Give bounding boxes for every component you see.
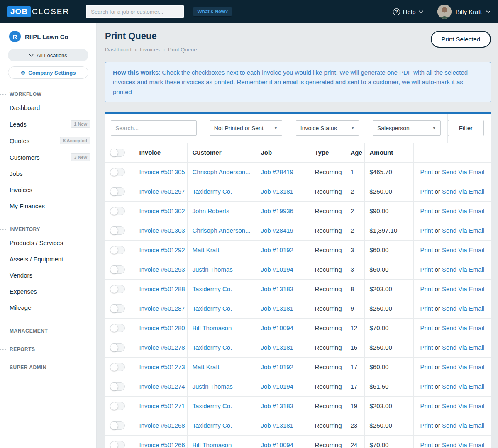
row-select-toggle[interactable] bbox=[110, 343, 125, 352]
sidebar-item-invoices[interactable]: Invoices bbox=[0, 182, 96, 198]
print-link[interactable]: Print bbox=[420, 207, 433, 214]
job-link[interactable]: Job #19936 bbox=[261, 207, 293, 214]
invoice-link[interactable]: Invoice #501302 bbox=[139, 207, 185, 214]
row-select-toggle[interactable] bbox=[110, 168, 125, 176]
sidebar-item-vendors[interactable]: Vendors bbox=[0, 267, 96, 283]
job-link[interactable]: Job #10192 bbox=[261, 246, 293, 253]
section-management[interactable]: MANAGEMENT bbox=[0, 328, 96, 334]
select-all-toggle[interactable] bbox=[110, 149, 125, 157]
print-link[interactable]: Print bbox=[420, 441, 433, 448]
sidebar-item-mileage[interactable]: Mileage bbox=[0, 299, 96, 316]
invoice-link[interactable]: Invoice #501273 bbox=[139, 363, 185, 370]
row-select-toggle[interactable] bbox=[110, 207, 125, 215]
row-select-toggle[interactable] bbox=[110, 402, 125, 410]
company-switcher[interactable]: R RIIPL Lawn Co bbox=[0, 31, 96, 42]
customer-link[interactable]: Taxidermy Co. bbox=[193, 344, 232, 351]
print-link[interactable]: Print bbox=[420, 168, 433, 175]
sidebar-item-dashboard[interactable]: Dashboard bbox=[0, 100, 96, 116]
global-search-input[interactable] bbox=[86, 5, 184, 18]
locations-dropdown[interactable]: All Locations bbox=[8, 49, 88, 61]
sidebar-item-products-services[interactable]: Products / Services bbox=[0, 235, 96, 251]
send-via-email-link[interactable]: Send Via Email bbox=[442, 266, 484, 273]
customer-link[interactable]: Justin Thomas bbox=[193, 266, 233, 273]
customer-link[interactable]: Matt Kraft bbox=[193, 246, 220, 253]
job-link[interactable]: Job #28419 bbox=[261, 168, 293, 175]
job-link[interactable]: Job #13181 bbox=[261, 344, 293, 351]
breadcrumb-dashboard[interactable]: Dashboard bbox=[105, 46, 132, 53]
sidebar-item-customers[interactable]: Customers3 New bbox=[0, 149, 96, 166]
send-via-email-link[interactable]: Send Via Email bbox=[442, 285, 484, 292]
print-link[interactable]: Print bbox=[420, 402, 433, 409]
print-link[interactable]: Print bbox=[420, 363, 433, 370]
send-via-email-link[interactable]: Send Via Email bbox=[442, 441, 484, 448]
send-via-email-link[interactable]: Send Via Email bbox=[442, 246, 484, 253]
customer-link[interactable]: Matt Kraft bbox=[193, 363, 220, 370]
customer-link[interactable]: Taxidermy Co. bbox=[193, 422, 232, 429]
sidebar-item-jobs[interactable]: Jobs bbox=[0, 166, 96, 182]
customer-link[interactable]: Taxidermy Co. bbox=[193, 402, 232, 409]
user-menu[interactable]: Billy Kraft bbox=[437, 5, 491, 19]
job-link[interactable]: Job #28419 bbox=[261, 227, 293, 234]
print-link[interactable]: Print bbox=[420, 324, 433, 331]
table-search-input[interactable] bbox=[111, 120, 197, 136]
breadcrumb-invoices[interactable]: Invoices bbox=[140, 46, 160, 53]
send-via-email-link[interactable]: Send Via Email bbox=[442, 324, 484, 331]
send-via-email-link[interactable]: Send Via Email bbox=[442, 305, 484, 312]
invoice-link[interactable]: Invoice #501293 bbox=[139, 266, 185, 273]
row-select-toggle[interactable] bbox=[110, 363, 125, 371]
print-link[interactable]: Print bbox=[420, 422, 433, 429]
invoice-link[interactable]: Invoice #501305 bbox=[139, 168, 185, 175]
job-link[interactable]: Job #10094 bbox=[261, 324, 293, 331]
print-link[interactable]: Print bbox=[420, 246, 433, 253]
row-select-toggle[interactable] bbox=[110, 226, 125, 235]
send-via-email-link[interactable]: Send Via Email bbox=[442, 422, 484, 429]
print-selected-button[interactable]: Print Selected bbox=[431, 31, 491, 48]
job-link[interactable]: Job #13183 bbox=[261, 285, 293, 292]
app-logo[interactable]: JOB CLOSER bbox=[7, 6, 69, 17]
customer-link[interactable]: Chrisoph Anderson... bbox=[193, 227, 251, 234]
invoice-link[interactable]: Invoice #501287 bbox=[139, 305, 185, 312]
row-select-toggle[interactable] bbox=[110, 187, 125, 196]
invoice-link[interactable]: Invoice #501303 bbox=[139, 227, 185, 234]
invoice-link[interactable]: Invoice #501292 bbox=[139, 246, 185, 253]
send-via-email-link[interactable]: Send Via Email bbox=[442, 402, 484, 409]
customer-link[interactable]: Taxidermy Co. bbox=[193, 305, 232, 312]
job-link[interactable]: Job #10194 bbox=[261, 383, 293, 390]
row-select-toggle[interactable] bbox=[110, 304, 125, 313]
print-link[interactable]: Print bbox=[420, 383, 433, 390]
row-select-toggle[interactable] bbox=[110, 382, 125, 391]
printed-filter-select[interactable]: Not Printed or Sent ▼ bbox=[210, 120, 282, 136]
job-link[interactable]: Job #10194 bbox=[261, 266, 293, 273]
row-select-toggle[interactable] bbox=[110, 285, 125, 293]
filter-button[interactable]: Filter bbox=[448, 120, 484, 136]
section-super-admin[interactable]: SUPER ADMIN bbox=[0, 365, 96, 370]
row-select-toggle[interactable] bbox=[110, 265, 125, 274]
sidebar-item-expenses[interactable]: Expenses bbox=[0, 283, 96, 299]
send-via-email-link[interactable]: Send Via Email bbox=[442, 344, 484, 351]
invoice-link[interactable]: Invoice #501297 bbox=[139, 188, 185, 195]
sidebar-item-my-finances[interactable]: My Finances bbox=[0, 198, 96, 214]
customer-link[interactable]: Bill Thomason bbox=[193, 324, 232, 331]
job-link[interactable]: Job #13183 bbox=[261, 402, 293, 409]
invoice-link[interactable]: Invoice #501268 bbox=[139, 422, 185, 429]
send-via-email-link[interactable]: Send Via Email bbox=[442, 363, 484, 370]
sidebar-item-leads[interactable]: Leads1 New bbox=[0, 116, 96, 132]
customer-link[interactable]: Bill Thomason bbox=[193, 441, 232, 448]
invoice-link[interactable]: Invoice #501271 bbox=[139, 402, 185, 409]
customer-link[interactable]: Taxidermy Co. bbox=[193, 188, 232, 195]
job-link[interactable]: Job #13181 bbox=[261, 188, 293, 195]
send-via-email-link[interactable]: Send Via Email bbox=[442, 168, 484, 175]
customer-link[interactable]: John Roberts bbox=[193, 207, 229, 214]
section-reports[interactable]: REPORTS bbox=[0, 346, 96, 352]
row-select-toggle[interactable] bbox=[110, 441, 125, 448]
invoice-status-select[interactable]: Invoice Status ▼ bbox=[296, 120, 359, 136]
row-select-toggle[interactable] bbox=[110, 246, 125, 254]
help-menu[interactable]: ? Help bbox=[393, 8, 423, 15]
job-link[interactable]: Job #13181 bbox=[261, 305, 293, 312]
print-link[interactable]: Print bbox=[420, 285, 433, 292]
invoice-link[interactable]: Invoice #501278 bbox=[139, 344, 185, 351]
customer-link[interactable]: Taxidermy Co. bbox=[193, 285, 232, 292]
job-link[interactable]: Job #10094 bbox=[261, 441, 293, 448]
print-link[interactable]: Print bbox=[420, 344, 433, 351]
print-link[interactable]: Print bbox=[420, 188, 433, 195]
